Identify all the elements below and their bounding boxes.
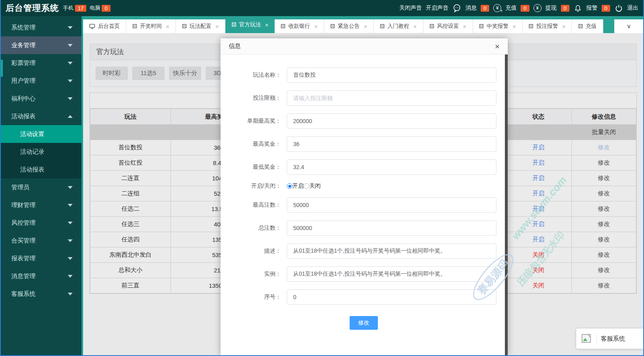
- sound-on-button[interactable]: 开启声音: [426, 4, 448, 12]
- close-icon[interactable]: ×: [513, 23, 516, 30]
- close-icon[interactable]: ×: [215, 23, 219, 30]
- status-link[interactable]: 关闭: [532, 282, 544, 289]
- close-icon[interactable]: ×: [562, 23, 566, 30]
- sidebar-item-group-buy[interactable]: 合买管理: [1, 232, 81, 249]
- alarm-bell-icon[interactable]: [573, 4, 582, 13]
- description-field[interactable]: [287, 243, 496, 259]
- sidebar-subitem-activity-report[interactable]: 活动报表: [1, 161, 81, 178]
- close-icon[interactable]: ×: [265, 21, 269, 28]
- tab-bet-alert[interactable]: ⚄ 投注报警 ×: [523, 19, 572, 33]
- modify-link[interactable]: 修改: [598, 159, 610, 166]
- sound-off-button[interactable]: 关闭声音: [399, 4, 422, 12]
- sidebar-item-label: 活动报表: [11, 113, 35, 120]
- sidebar-item-admin[interactable]: 管理员: [1, 178, 81, 196]
- status-link[interactable]: 开启: [532, 174, 544, 181]
- alarm-link[interactable]: 报警: [586, 4, 598, 12]
- status-link[interactable]: 开启: [532, 144, 544, 151]
- modify-link[interactable]: 修改: [598, 236, 610, 243]
- status-link[interactable]: 开启: [532, 220, 544, 227]
- radio-open-label[interactable]: 开启: [292, 182, 304, 190]
- close-icon[interactable]: ×: [413, 23, 417, 30]
- power-icon[interactable]: [614, 4, 623, 13]
- example-field[interactable]: [287, 266, 496, 282]
- tab-recharge[interactable]: ⚄ 充值: [572, 19, 603, 33]
- close-icon[interactable]: ×: [463, 23, 467, 30]
- sidebar-item-welfare[interactable]: 福利中心: [1, 90, 81, 107]
- close-icon[interactable]: ×: [495, 42, 500, 50]
- modify-link[interactable]: 修改: [598, 174, 610, 181]
- field-label: 总注数：: [231, 224, 281, 232]
- form-row-max-bets: 最高注数：: [231, 197, 496, 213]
- close-icon[interactable]: ×: [364, 23, 367, 30]
- modify-link[interactable]: 修改: [598, 282, 610, 289]
- radio-open[interactable]: [287, 183, 292, 189]
- max-period-prize-field[interactable]: [287, 113, 496, 129]
- klsf-button[interactable]: 快乐十分: [169, 67, 201, 80]
- recharge-icon[interactable]: ¥+: [493, 4, 501, 12]
- order-field[interactable]: [287, 289, 496, 305]
- tabs-more-button[interactable]: ∨: [614, 19, 643, 33]
- messages-link[interactable]: 消息: [465, 4, 477, 12]
- 11x5-button[interactable]: 11选5: [132, 67, 165, 80]
- sidebar-item-users[interactable]: 用户管理: [1, 72, 81, 90]
- modify-link[interactable]: 修改: [598, 205, 610, 212]
- recharge-link[interactable]: 充值: [505, 4, 517, 12]
- tab-play-config[interactable]: ⚄ 玩法配置 ×: [176, 19, 225, 33]
- modify-link[interactable]: 修改: [598, 266, 610, 273]
- max-bets-field[interactable]: [287, 197, 496, 213]
- status-link[interactable]: 关闭: [532, 251, 544, 258]
- sidebar-item-finance[interactable]: 理财管理: [1, 196, 81, 214]
- sidebar-item-business[interactable]: 业务管理: [1, 36, 81, 54]
- tab-bank[interactable]: ⚄ 收款银行 ×: [275, 19, 324, 33]
- dice-icon: ⚄: [578, 23, 583, 29]
- play-name-field[interactable]: [287, 67, 496, 83]
- sidebar-item-service[interactable]: 客服系统: [1, 285, 81, 303]
- customer-service-widget[interactable]: 客服系统: [576, 329, 643, 349]
- min-prize-field[interactable]: [287, 159, 496, 175]
- sidebar-item-label: 管理员: [11, 184, 29, 191]
- ssc-button[interactable]: 时时彩: [96, 67, 128, 80]
- modify-link[interactable]: 修改: [598, 220, 610, 227]
- modify-submit-button[interactable]: 修改: [350, 316, 378, 330]
- tab-win-alert[interactable]: ⚄ 中奖报警 ×: [473, 19, 523, 33]
- modify-link[interactable]: 修改: [598, 144, 610, 151]
- status-link[interactable]: 开启: [532, 190, 544, 197]
- tab-official-play[interactable]: ⚄ 官方玩法 ×: [225, 16, 275, 33]
- sidebar-item-risk[interactable]: 风控管理: [1, 214, 81, 232]
- withdraw-icon[interactable]: ¥: [534, 4, 542, 12]
- sidebar-scrollbar-thumb[interactable]: [1, 60, 3, 77]
- sidebar-item-lottery[interactable]: 彩票管理: [1, 54, 81, 72]
- withdraw-link[interactable]: 提现: [546, 4, 557, 12]
- status-link[interactable]: 开启: [532, 236, 544, 243]
- tab-tutorial[interactable]: ⚄ 入门教程 ×: [374, 19, 423, 33]
- message-icon[interactable]: [452, 4, 461, 13]
- tab-draw-time[interactable]: ⚄ 开奖时间 ×: [126, 19, 176, 33]
- radio-close-label[interactable]: 关闭: [309, 182, 321, 190]
- bet-limit-field[interactable]: [287, 90, 496, 106]
- batch-close-button[interactable]: 批量关闭: [592, 128, 616, 135]
- modify-link[interactable]: 修改: [598, 251, 610, 258]
- form-row-max-prize: 最高奖金：: [231, 136, 496, 152]
- sidebar-subitem-activity-settings[interactable]: 活动设置: [1, 125, 81, 143]
- form-row-min-prize: 最低奖金：: [231, 159, 496, 175]
- sidebar-item-system[interactable]: 系统管理: [1, 19, 81, 36]
- status-link[interactable]: 开启: [532, 159, 544, 166]
- tab-home[interactable]: 后台首页: [83, 19, 126, 33]
- sidebar-item-activity-report[interactable]: 活动报表: [1, 107, 81, 125]
- radio-close[interactable]: [304, 183, 309, 189]
- sidebar-item-reports[interactable]: 报表管理: [1, 249, 81, 267]
- logout-button[interactable]: 退出: [627, 4, 638, 12]
- modal-scrollbar[interactable]: [505, 54, 508, 355]
- close-icon[interactable]: ×: [314, 23, 318, 30]
- tab-announcement[interactable]: ⚄ 紧急公告 ×: [324, 19, 374, 33]
- status-link[interactable]: 关闭: [532, 266, 544, 273]
- modify-link[interactable]: 修改: [598, 190, 610, 197]
- messages-count-badge: 0: [481, 5, 489, 12]
- tab-risk-settings[interactable]: ⚄ 风控设置 ×: [423, 19, 473, 33]
- sidebar-item-messages[interactable]: 消息管理: [1, 267, 81, 285]
- max-prize-field[interactable]: [287, 136, 496, 152]
- close-icon[interactable]: ×: [166, 23, 169, 30]
- sidebar-subitem-activity-records[interactable]: 活动记录: [1, 143, 81, 161]
- status-link[interactable]: 开启: [532, 205, 544, 212]
- total-bets-field[interactable]: [287, 220, 496, 236]
